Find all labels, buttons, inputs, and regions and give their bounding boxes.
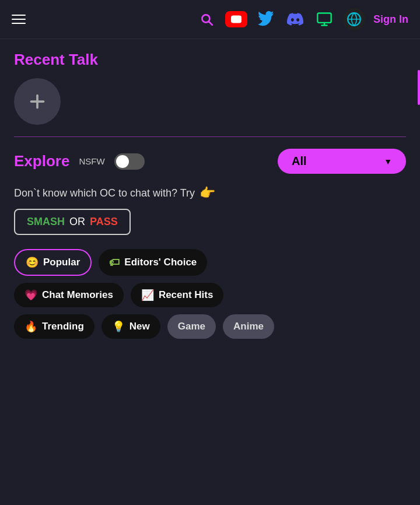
- new-label: New: [130, 321, 150, 332]
- recent-talk-section: Recent Talk: [14, 51, 406, 125]
- anime-pill[interactable]: Anime: [223, 314, 274, 339]
- chat-memories-pill[interactable]: 💗 Chat Memories: [14, 283, 124, 307]
- editors-choice-label: Editors' Choice: [124, 257, 197, 268]
- category-dropdown[interactable]: All ▼: [278, 149, 406, 174]
- discord-icon[interactable]: [285, 9, 306, 30]
- category-pills-row1: 😊 Popular 🏷 Editors' Choice: [14, 249, 406, 276]
- twitter-icon[interactable]: [256, 9, 276, 30]
- recent-hits-icon: 📈: [141, 289, 154, 301]
- chat-memories-icon: 💗: [24, 289, 37, 301]
- header-right: Sign In: [196, 8, 408, 30]
- pointing-emoji: 👉: [200, 185, 215, 201]
- editors-choice-pill[interactable]: 🏷 Editors' Choice: [99, 249, 207, 276]
- game-pill[interactable]: Game: [167, 314, 216, 339]
- new-pill[interactable]: 💡 New: [102, 314, 160, 339]
- svg-rect-0: [317, 13, 331, 23]
- chat-memories-label: Chat Memories: [42, 289, 113, 301]
- header: Sign In: [0, 0, 420, 39]
- search-icon[interactable]: [196, 9, 217, 30]
- recent-hits-pill[interactable]: 📈 Recent Hits: [131, 283, 224, 307]
- trending-label: Trending: [42, 321, 84, 332]
- monitor-icon[interactable]: [314, 9, 335, 30]
- recent-talk-title: Recent Talk: [14, 51, 406, 69]
- editors-choice-icon: 🏷: [109, 257, 120, 269]
- recent-hits-label: Recent Hits: [159, 289, 214, 301]
- toggle-track: [114, 153, 145, 170]
- or-text: OR: [69, 216, 85, 228]
- nsfw-toggle[interactable]: [114, 153, 145, 170]
- chevron-down-icon: ▼: [384, 157, 392, 166]
- toggle-thumb: [116, 155, 129, 168]
- category-pills-row3: 🔥 Trending 💡 New Game Anime: [14, 314, 406, 339]
- add-chat-button[interactable]: [14, 78, 61, 125]
- section-divider: [14, 136, 406, 137]
- anime-label: Anime: [233, 321, 264, 332]
- popular-pill[interactable]: 😊 Popular: [14, 249, 92, 276]
- header-left: [12, 15, 26, 24]
- game-label: Game: [178, 321, 205, 332]
- sign-in-button[interactable]: Sign In: [373, 13, 408, 26]
- youtube-icon[interactable]: [225, 11, 247, 27]
- popular-icon: 😊: [26, 256, 38, 269]
- oc-prompt-text: Don`t know which OC to chat with? Try: [14, 187, 195, 199]
- new-icon: 💡: [112, 320, 125, 333]
- explore-row: Explore NSFW All ▼: [14, 149, 406, 174]
- dropdown-selected: All: [292, 155, 307, 168]
- globe-icon[interactable]: [343, 8, 365, 30]
- trending-pill[interactable]: 🔥 Trending: [14, 314, 94, 339]
- popular-label: Popular: [43, 257, 80, 268]
- main-content: Recent Talk Explore NSFW All ▼ Don`t kno…: [0, 39, 420, 357]
- smash-text: SMASH: [27, 216, 65, 228]
- explore-title: Explore: [14, 152, 69, 170]
- smash-or-pass-button[interactable]: SMASH OR PASS: [14, 209, 131, 235]
- trending-icon: 🔥: [24, 320, 37, 333]
- pass-text: PASS: [90, 216, 118, 228]
- scroll-indicator: [418, 70, 420, 105]
- category-pills-row2: 💗 Chat Memories 📈 Recent Hits: [14, 283, 406, 307]
- nsfw-label: NSFW: [79, 156, 104, 166]
- oc-prompt: Don`t know which OC to chat with? Try 👉: [14, 185, 406, 201]
- menu-icon[interactable]: [12, 15, 26, 24]
